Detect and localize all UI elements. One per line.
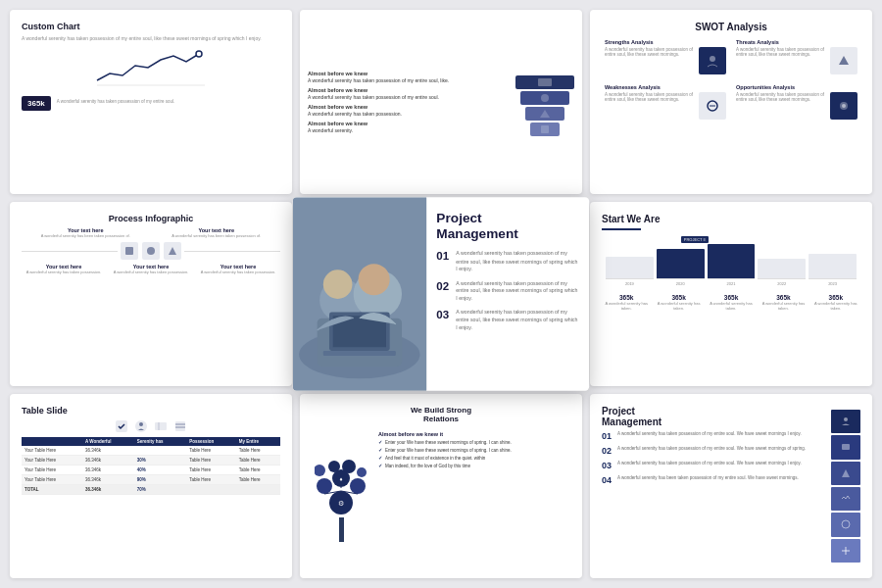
svg-point-34 bbox=[317, 478, 332, 494]
pm-item-2-text: A wonderful serenity has taken possessio… bbox=[456, 279, 578, 303]
swot-threats-text: A wonderful serenity has taken possessio… bbox=[736, 47, 827, 74]
pm2-item-2: 02 A wonderful serenity has taken posses… bbox=[602, 446, 825, 456]
process-item-5: Your text here A wonderful serenity has … bbox=[196, 264, 280, 274]
svg-text:✦: ✦ bbox=[355, 499, 361, 506]
table-row: Your Table Here36.346kTable HereTable He… bbox=[22, 446, 280, 456]
col-name bbox=[22, 437, 82, 446]
table-row: Your Table Here36.346k90%Table HereTable… bbox=[22, 475, 280, 485]
pm2-item-4-text: A wonderful serenity has been taken poss… bbox=[617, 475, 799, 481]
pm2-stripe-area bbox=[831, 406, 860, 566]
funnel-tier-3 bbox=[525, 107, 564, 121]
funnel-tier-1 bbox=[515, 75, 574, 89]
pm-item-1: 01 A wonderful serenity has taken posses… bbox=[436, 250, 578, 273]
svg-marker-4 bbox=[540, 110, 550, 118]
slide-funnel: Almost before we knew A wonderful sereni… bbox=[300, 10, 582, 194]
tree-visual: ☰ ⚙ ✦ ♦ bbox=[312, 427, 370, 568]
svg-rect-5 bbox=[541, 125, 549, 133]
svg-text:⚙: ⚙ bbox=[338, 500, 344, 507]
swot-opportunities-img bbox=[830, 92, 858, 120]
funnel-label-2: Almost before we knew A wonderful sereni… bbox=[308, 87, 510, 100]
svg-rect-29 bbox=[175, 421, 185, 431]
svg-point-0 bbox=[196, 51, 202, 57]
pm2-item-4: 04 A wonderful serenity has been taken p… bbox=[602, 475, 825, 485]
swot-weaknesses-text: A wonderful serenity has taken possessio… bbox=[605, 92, 696, 120]
col-entire: My Entire bbox=[236, 437, 280, 446]
funnel-tier-2 bbox=[520, 91, 569, 105]
svg-rect-32 bbox=[339, 517, 344, 542]
funnel-shape bbox=[515, 75, 574, 136]
tree-check-2: Enter your We have these sweet mornings … bbox=[378, 448, 570, 453]
funnel-labels: Almost before we knew A wonderful sereni… bbox=[308, 71, 510, 133]
funnel-label-4: Almost before we knew A wonderful sereni… bbox=[308, 121, 510, 133]
slide-start-we-are: Start We Are PROJECT II 2019 2020 bbox=[590, 202, 872, 386]
svg-point-3 bbox=[541, 94, 549, 102]
tree-check-3: And feel that it must of existence in th… bbox=[378, 456, 570, 461]
col-wonderful: A Wonderful bbox=[82, 437, 134, 446]
swot-strengths-title: Strengths Analysis bbox=[605, 39, 726, 45]
svg-rect-21 bbox=[323, 351, 396, 356]
tree-check-4: Man indeed, for the love of God by this … bbox=[378, 464, 570, 468]
slide-4-title: Process Infographic bbox=[22, 214, 280, 223]
funnel-container: Almost before we knew A wonderful sereni… bbox=[308, 18, 574, 186]
slide-swot: SWOT Analysis Strengths Analysis A wonde… bbox=[590, 10, 872, 194]
pm-image bbox=[293, 197, 426, 390]
table-row: Your Table Here36.346k40%Table HereTable… bbox=[22, 466, 280, 475]
pm2-item-2-text: A wonderful serenity has taken possessio… bbox=[617, 446, 806, 452]
swot-grid: Strengths Analysis A wonderful serenity … bbox=[602, 36, 860, 122]
process-item-4: Your text here A wonderful serenity has … bbox=[109, 264, 193, 274]
svg-rect-49 bbox=[842, 444, 850, 450]
table: A Wonderful Serenity has Possession My E… bbox=[22, 437, 280, 495]
svg-point-36 bbox=[350, 478, 366, 494]
slide-1-body: A wonderful serenity has taken possessio… bbox=[22, 35, 280, 42]
col-possession: Possession bbox=[186, 437, 236, 446]
slide-1-stat-label: A wonderful serenity has taken possessio… bbox=[57, 99, 175, 105]
slide-table: Table Slide A Wonderful Serenity has Pos… bbox=[10, 394, 292, 578]
svg-rect-2 bbox=[538, 78, 552, 86]
svg-text:♦: ♦ bbox=[339, 476, 342, 482]
process-item-3: Your text here A wonderful serenity has … bbox=[22, 264, 106, 274]
swot-strengths-img bbox=[699, 47, 726, 74]
swot-opportunities: Opportunities Analysis A wonderful seren… bbox=[733, 81, 860, 122]
pm2-items: 01 A wonderful serenity has taken posses… bbox=[602, 431, 825, 485]
svg-point-39 bbox=[342, 460, 356, 473]
svg-point-38 bbox=[328, 461, 340, 472]
swot-threats-title: Threats Analysis bbox=[736, 39, 858, 45]
slide-9-title: ProjectManagement bbox=[602, 406, 825, 427]
col-serenity: Serenity has bbox=[134, 437, 186, 446]
swot-weaknesses-img bbox=[699, 92, 726, 120]
swot-strengths: Strengths Analysis A wonderful serenity … bbox=[602, 36, 729, 77]
pm2-item-1: 01 A wonderful serenity has taken posses… bbox=[602, 431, 825, 441]
slide-6-title: Start We Are bbox=[602, 214, 860, 224]
swot-weaknesses-title: Weaknesses Analysis bbox=[605, 84, 726, 90]
slide-project-management-center: ProjectManagement 01 A wonderful serenit… bbox=[293, 197, 589, 390]
pm-item-3-text: A wonderful serenity has taken possessio… bbox=[456, 309, 578, 332]
svg-point-12 bbox=[147, 247, 155, 255]
svg-point-10 bbox=[842, 104, 846, 108]
pm-content: ProjectManagement 01 A wonderful serenit… bbox=[426, 197, 589, 390]
svg-point-6 bbox=[710, 56, 715, 62]
svg-point-40 bbox=[357, 467, 367, 477]
slide-7-title: Table Slide bbox=[22, 406, 280, 416]
svg-rect-27 bbox=[155, 422, 167, 430]
pm-title: ProjectManagement bbox=[436, 210, 578, 242]
slide-project-management-2: ProjectManagement 01 A wonderful serenit… bbox=[590, 394, 872, 578]
swot-opportunities-text: A wonderful serenity has taken possessio… bbox=[736, 92, 827, 120]
tree-check-1: Enter your We have these sweet mornings … bbox=[378, 440, 570, 445]
svg-point-48 bbox=[844, 417, 848, 421]
pm-item-1-text: A wonderful serenity has taken possessio… bbox=[456, 250, 578, 273]
funnel-label-1: Almost before we knew A wonderful sereni… bbox=[308, 71, 510, 83]
pm-item-2: 02 A wonderful serenity has taken posses… bbox=[436, 279, 578, 303]
funnel-label-3: Almost before we knew A wonderful sereni… bbox=[308, 104, 510, 117]
slide-1-chart bbox=[22, 46, 280, 90]
svg-point-37 bbox=[315, 465, 325, 476]
svg-point-23 bbox=[359, 264, 390, 295]
swot-threats: Threats Analysis A wonderful serenity ha… bbox=[733, 36, 860, 77]
slide-8-title: We Build StrongRelations bbox=[312, 406, 570, 423]
svg-text:☰: ☰ bbox=[318, 499, 324, 506]
pm2-item-3-text: A wonderful serenity has taken possessio… bbox=[617, 461, 802, 466]
swot-opportunities-title: Opportunities Analysis bbox=[736, 84, 858, 90]
svg-rect-11 bbox=[125, 247, 133, 255]
slide-custom-chart: Custom Chart A wonderful serenity has ta… bbox=[10, 10, 292, 194]
slide-1-title: Custom Chart bbox=[22, 22, 280, 31]
pm-item-3: 03 A wonderful serenity has taken posses… bbox=[436, 309, 578, 332]
